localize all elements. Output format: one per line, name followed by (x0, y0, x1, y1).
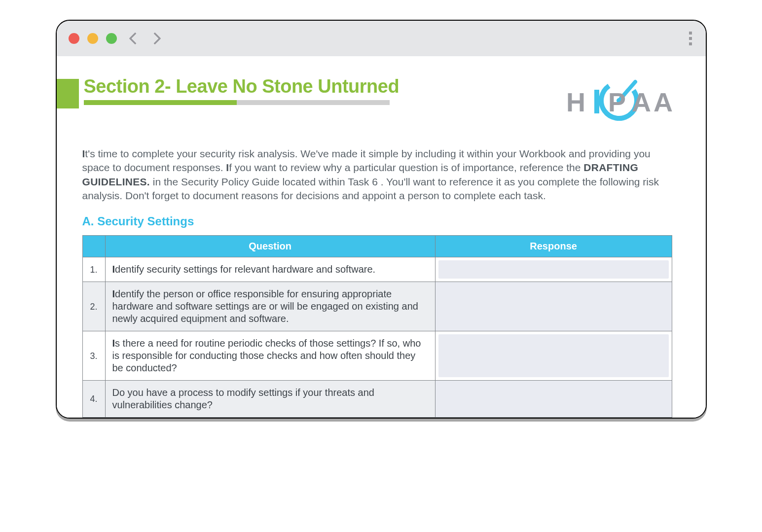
intro-text-2: f you want to review why a particular qu… (229, 162, 583, 173)
window-controls (69, 33, 117, 44)
response-cell[interactable] (435, 381, 672, 418)
question-cell: Do you have a process to modify settings… (105, 381, 435, 418)
progress-track (84, 100, 390, 105)
nav-arrows (131, 34, 159, 43)
table-row: 4. Do you have a process to modify setti… (82, 381, 672, 418)
col-header-response: Response (435, 236, 672, 257)
svg-text:P: P (608, 87, 626, 117)
close-window-button[interactable] (69, 33, 79, 44)
svg-rect-3 (594, 90, 599, 113)
menu-button[interactable] (687, 30, 694, 47)
table-row: 2. Identify the person or office respons… (82, 282, 672, 331)
row-number: 1. (82, 257, 105, 282)
titlebar (57, 21, 706, 56)
svg-text:A: A (653, 87, 673, 117)
section-title-block: Section 2- Leave No Stone Unturned (57, 76, 544, 108)
row-number: 3. (82, 331, 105, 381)
question-text: Do you have a process to modify settings… (112, 387, 374, 410)
svg-text:H: H (566, 87, 585, 117)
minimize-window-button[interactable] (87, 33, 98, 44)
maximize-window-button[interactable] (106, 33, 117, 44)
browser-window: Section 2- Leave No Stone Unturned H (56, 20, 707, 419)
document-page: Section 2- Leave No Stone Unturned H (57, 56, 706, 418)
subsection-heading: A. Security Settings (82, 214, 682, 228)
question-cell: Identify the person or office responsibl… (105, 282, 435, 331)
col-header-number (82, 236, 105, 257)
question-cell: Is there a need for routine periodic che… (105, 331, 435, 381)
response-cell[interactable] (435, 282, 672, 331)
back-button[interactable] (129, 32, 141, 44)
section-marker (57, 79, 79, 108)
progress-fill (84, 100, 237, 105)
question-text: dentify the person or office responsible… (112, 288, 418, 324)
question-cell: Identify security settings for relevant … (105, 257, 435, 282)
question-text: dentify security settings for relevant h… (115, 264, 375, 275)
question-text: s there a need for routine periodic chec… (112, 338, 421, 373)
hipaa-logo: H P A A (564, 76, 677, 125)
page-header: Section 2- Leave No Stone Unturned H (57, 76, 682, 125)
response-cell[interactable] (435, 257, 672, 282)
svg-text:A: A (632, 87, 651, 117)
section-title: Section 2- Leave No Stone Unturned (84, 76, 544, 97)
table-row: 3. Is there a need for routine periodic … (82, 331, 672, 381)
row-number: 4. (82, 381, 105, 418)
response-cell[interactable] (435, 331, 672, 381)
table-row: 1. Identify security settings for releva… (82, 257, 672, 282)
col-header-question: Question (105, 236, 435, 257)
row-number: 2. (82, 282, 105, 331)
forward-button[interactable] (148, 32, 161, 44)
security-settings-table: Question Response 1. Identify security s… (82, 235, 672, 418)
intro-text-3: in the Security Policy Guide located wit… (82, 176, 659, 201)
intro-paragraph: It's time to complete your security risk… (82, 147, 672, 203)
